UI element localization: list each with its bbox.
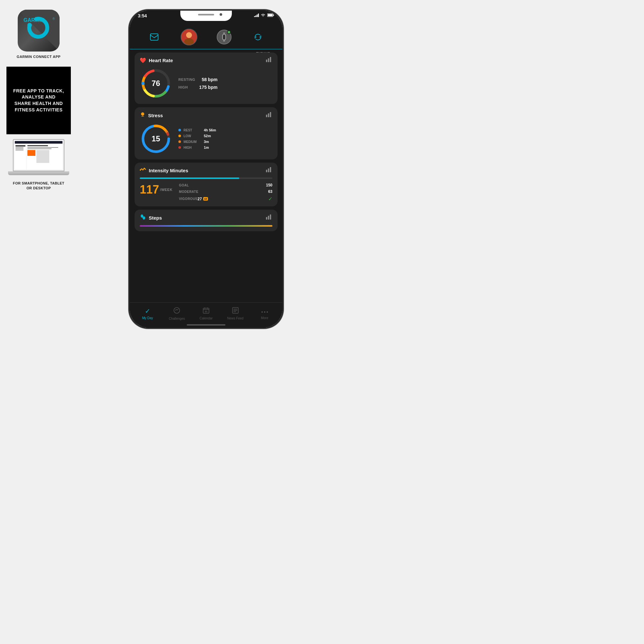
bottom-nav: ✓ My Day Challenges — [130, 302, 282, 327]
inbox-icon[interactable] — [147, 30, 161, 44]
stress-body: 15 REST 4h 56m LOW 52m — [140, 123, 272, 155]
medium-value: 3m — [204, 140, 209, 144]
heart-rate-chart-icon[interactable] — [266, 57, 272, 63]
status-bar: 3:54 — [130, 11, 282, 25]
svg-rect-5 — [273, 14, 274, 16]
battery-icon — [267, 13, 274, 17]
laptop-caption: FOR SMARTPHONE, TABLETOR DESKTOP — [13, 181, 64, 191]
intensity-chart-icon[interactable] — [266, 167, 272, 174]
nav-news-feed[interactable]: News Feed — [221, 307, 250, 320]
svg-rect-41 — [268, 216, 269, 220]
high-label: HIGH — [178, 85, 188, 89]
nav-my-day[interactable]: ✓ My Day — [133, 307, 162, 320]
phone-mockup: 3:54 — [129, 10, 283, 328]
signal-icon — [254, 13, 259, 17]
medium-label: MEDIUM — [184, 140, 201, 144]
svg-point-24 — [141, 82, 145, 85]
svg-text:31: 31 — [205, 310, 208, 313]
svg-rect-17 — [270, 57, 271, 62]
high-value: 175 bpm — [199, 85, 218, 90]
app-icon-section: GARMIN ® GARMIN CONNECT APP — [6, 6, 71, 62]
intensity-big-number: 117 /WEEK — [140, 183, 173, 196]
steps-card: Steps — [135, 210, 278, 231]
heart-rate-body: 76 RESTING 58 bpm HIGH 175 bpm — [140, 67, 272, 99]
nav-challenges[interactable]: Challenges — [162, 307, 192, 320]
steps-chart-icon[interactable] — [266, 214, 272, 221]
heart-rate-stats: RESTING 58 bpm HIGH 175 bpm — [178, 77, 217, 90]
stress-chart-icon[interactable] — [266, 112, 272, 118]
svg-rect-15 — [266, 60, 267, 62]
moderate-label: MODERATE — [179, 190, 198, 194]
svg-rect-37 — [270, 167, 271, 172]
svg-rect-12 — [223, 34, 226, 40]
intensity-icon — [140, 167, 146, 174]
phone-button-vol-up — [129, 70, 129, 88]
svg-point-43 — [174, 308, 180, 313]
medium-dot — [178, 140, 181, 143]
phone-screen: 3:54 — [130, 11, 282, 327]
svg-rect-26 — [266, 115, 267, 117]
high-value: 1m — [204, 146, 209, 149]
right-column: 3:54 — [77, 6, 335, 328]
nav-more[interactable]: More — [250, 308, 279, 320]
promo-box: FREE APP TO TRACK, ANALYSE AND SHARE HEA… — [6, 67, 71, 134]
stress-header: Stress — [140, 112, 272, 119]
svg-rect-7 — [150, 34, 158, 40]
heart-rate-gauge: 76 — [140, 67, 172, 99]
heart-rate-header: ❤️ Heart Rate — [140, 57, 272, 63]
heart-rate-title: Heart Rate — [149, 58, 173, 63]
app-header — [130, 25, 282, 49]
goal-value: 150 — [266, 183, 272, 187]
check-icon: ✓ — [268, 196, 272, 202]
more-icon — [261, 308, 268, 315]
svg-rect-16 — [268, 58, 269, 62]
svg-point-55 — [267, 311, 268, 313]
garmin-app-icon[interactable]: GARMIN ® — [18, 10, 60, 52]
svg-rect-28 — [270, 112, 271, 117]
stress-legend: REST 4h 56m LOW 52m MEDIUM — [178, 128, 216, 149]
svg-rect-27 — [268, 113, 269, 117]
intensity-card: Intensity Minutes — [135, 163, 278, 206]
moderate-value: 63 — [268, 189, 272, 194]
intensity-body: 117 /WEEK GOAL 150 MODERATE 63 — [140, 183, 272, 202]
my-day-icon: ✓ — [145, 307, 150, 315]
intensity-header: Intensity Minutes — [140, 167, 272, 174]
resting-value: 58 bpm — [202, 77, 217, 82]
laptop-image — [8, 139, 69, 178]
watch-connected-indicator — [227, 30, 231, 34]
nav-calendar[interactable]: 31 Calendar — [192, 307, 221, 320]
svg-rect-40 — [266, 217, 267, 220]
steps-progress-bar — [140, 225, 272, 227]
heart-icon: ❤️ — [140, 57, 146, 63]
home-indicator — [187, 324, 225, 326]
phone-button-vol-down — [129, 93, 129, 110]
svg-rect-14 — [223, 39, 225, 42]
vigorous-label: VIGOROUS — [179, 197, 198, 201]
svg-point-34 — [140, 169, 141, 171]
news-feed-label: News Feed — [227, 317, 244, 320]
intensity-progress-bar — [140, 177, 272, 179]
intensity-title: Intensity Minutes — [149, 168, 188, 173]
sync-icon[interactable] — [251, 30, 265, 44]
challenges-label: Challenges — [169, 317, 185, 320]
high-label: HIGH — [184, 146, 201, 149]
watch-icon[interactable] — [217, 30, 232, 44]
stress-icon — [140, 112, 146, 119]
user-avatar[interactable] — [181, 29, 197, 45]
intensity-stats: GOAL 150 MODERATE 63 VIGOROUS 27 — [179, 183, 272, 202]
rest-dot — [178, 129, 181, 131]
svg-point-3 — [27, 23, 32, 27]
svg-rect-42 — [270, 214, 271, 220]
left-column: GARMIN ® GARMIN CONNECT APP FREE APP TO … — [6, 6, 71, 191]
goal-label: GOAL — [179, 184, 189, 187]
status-icons — [254, 13, 274, 17]
app-title: GARMIN CONNECT APP — [17, 55, 61, 59]
stress-gauge: 15 — [140, 123, 172, 155]
svg-rect-6 — [268, 14, 273, 16]
steps-title: Steps — [149, 215, 162, 221]
resting-label: RESTING — [178, 78, 195, 81]
x2-badge: x2 — [203, 197, 208, 201]
news-feed-icon — [232, 307, 239, 315]
phone-button-power — [283, 75, 283, 101]
heart-rate-card: ❤️ Heart Rate — [135, 52, 278, 104]
